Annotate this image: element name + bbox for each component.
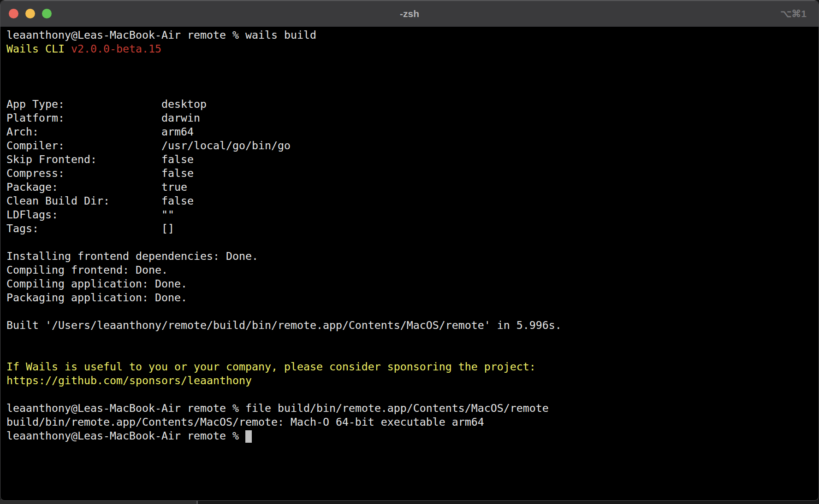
prompt-line-file: leaanthony@Leas-MacBook-Air remote % fil… (6, 401, 813, 415)
config-label: Platform: (6, 111, 161, 125)
blank-line (6, 387, 813, 401)
blank-line (6, 305, 813, 318)
sponsor-link[interactable]: https://github.com/sponsors/leaanthony (6, 374, 252, 387)
close-button[interactable] (9, 9, 18, 18)
blank-line (6, 235, 813, 249)
config-row: Arch:arm64 (6, 125, 813, 139)
config-value: false (161, 153, 194, 165)
config-value: desktop (161, 98, 207, 110)
config-row: LDFlags:"" (6, 208, 813, 222)
zoom-button[interactable] (42, 9, 52, 18)
config-row: Package:true (6, 180, 813, 194)
config-label: Tags: (6, 222, 161, 235)
config-row: Skip Frontend:false (6, 152, 813, 166)
window-controls (0, 9, 52, 18)
config-label: Package: (6, 180, 161, 194)
terminal-window: -zsh ⌥⌘1 leaanthony@Leas-MacBook-Air rem… (0, 0, 819, 501)
minimize-button[interactable] (25, 9, 35, 18)
sponsor-url-line: https://github.com/sponsors/leaanthony (6, 374, 813, 387)
config-value: false (161, 194, 194, 207)
progress-line: Packaging application: Done. (6, 291, 813, 305)
command-text: file build/bin/remote.app/Contents/MacOS… (245, 402, 549, 414)
progress-line: Installing frontend dependencies: Done. (6, 249, 813, 263)
config-label: App Type: (6, 97, 161, 111)
config-value: true (161, 181, 187, 193)
blank-line (6, 332, 813, 346)
text-cursor (245, 430, 252, 443)
config-row: Clean Build Dir:false (6, 194, 813, 208)
config-value: darwin (161, 111, 200, 124)
config-row: App Type:desktop (6, 97, 813, 111)
shell-prompt: leaanthony@Leas-MacBook-Air remote % (6, 29, 239, 41)
config-value: [] (161, 222, 174, 234)
shell-prompt: leaanthony@Leas-MacBook-Air remote % (6, 402, 239, 414)
config-label: LDFlags: (6, 208, 161, 222)
shell-prompt: leaanthony@Leas-MacBook-Air remote % (6, 429, 239, 442)
config-label: Skip Frontend: (6, 152, 161, 166)
config-label: Arch: (6, 125, 161, 139)
config-value: false (161, 167, 194, 179)
blank-line (6, 83, 813, 97)
progress-line: Compiling frontend: Done. (6, 263, 813, 277)
window-titlebar[interactable]: -zsh ⌥⌘1 (0, 0, 819, 27)
wails-cli-label: Wails CLI (6, 42, 65, 55)
config-label: Clean Build Dir: (6, 194, 161, 208)
built-result-line: Built '/Users/leaanthony/remote/build/bi… (6, 318, 813, 332)
config-label: Compiler: (6, 139, 161, 152)
command-text: wails build (245, 29, 316, 41)
tab-shortcut-badge: ⌥⌘1 (780, 0, 807, 27)
wails-banner-line: Wails CLI v2.0.0-beta.15 (6, 42, 813, 56)
config-row: Compress:false (6, 166, 813, 180)
config-label: Compress: (6, 166, 161, 180)
blank-line (6, 56, 813, 70)
config-value: arm64 (161, 125, 194, 138)
config-value: "" (161, 208, 174, 221)
prompt-line-current: leaanthony@Leas-MacBook-Air remote % (6, 429, 813, 443)
config-row: Compiler:/usr/local/go/bin/go (6, 139, 813, 152)
wails-version: v2.0.0-beta.15 (71, 42, 161, 55)
prompt-line-build: leaanthony@Leas-MacBook-Air remote % wai… (6, 28, 813, 42)
blank-line (6, 346, 813, 360)
window-title: -zsh (0, 8, 819, 19)
config-value: /usr/local/go/bin/go (161, 139, 291, 152)
terminal-screen[interactable]: leaanthony@Leas-MacBook-Air remote % wai… (0, 27, 819, 443)
sponsor-message-line: If Wails is useful to you or your compan… (6, 360, 813, 374)
blank-line (6, 70, 813, 83)
config-row: Platform:darwin (6, 111, 813, 125)
progress-line: Compiling application: Done. (6, 277, 813, 291)
file-output-line: build/bin/remote.app/Contents/MacOS/remo… (6, 415, 813, 429)
config-row: Tags:[] (6, 222, 813, 235)
